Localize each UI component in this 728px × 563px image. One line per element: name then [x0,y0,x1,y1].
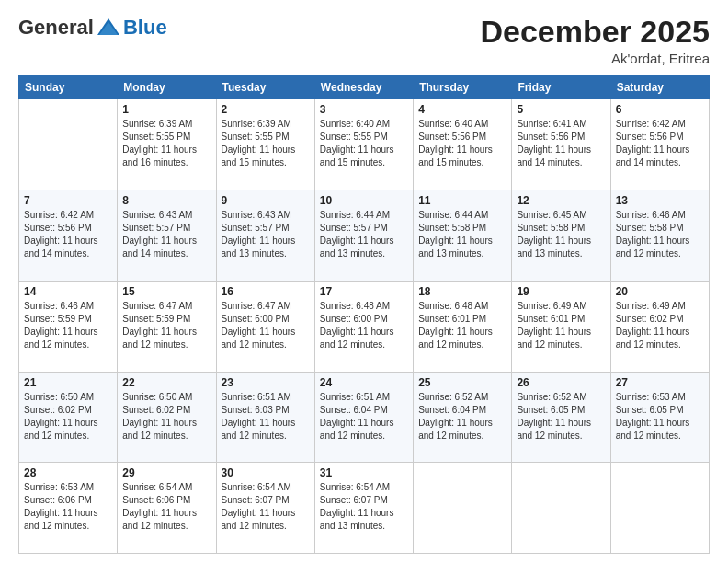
calendar-cell: 27Sunrise: 6:53 AM Sunset: 6:05 PM Dayli… [610,372,709,463]
day-info: Sunrise: 6:54 AM Sunset: 6:07 PM Dayligh… [222,481,310,533]
calendar-cell: 23Sunrise: 6:51 AM Sunset: 6:03 PM Dayli… [216,372,314,463]
calendar-cell: 2Sunrise: 6:39 AM Sunset: 5:55 PM Daylig… [216,99,314,190]
calendar-cell: 9Sunrise: 6:43 AM Sunset: 5:57 PM Daylig… [216,190,314,282]
day-number: 14 [24,285,112,298]
calendar-cell: 21Sunrise: 6:50 AM Sunset: 6:02 PM Dayli… [19,372,118,463]
calendar-header-monday: Monday [118,76,216,99]
calendar-week-row: 14Sunrise: 6:46 AM Sunset: 5:59 PM Dayli… [19,281,710,372]
day-number: 5 [517,103,605,116]
logo-blue: Blue [123,16,167,40]
day-number: 24 [320,376,408,389]
calendar-cell [512,463,610,554]
day-info: Sunrise: 6:47 AM Sunset: 5:59 PM Dayligh… [122,300,210,351]
header: General Blue December 2025 Ak'ordat, Eri… [18,15,710,66]
calendar-cell: 8Sunrise: 6:43 AM Sunset: 5:57 PM Daylig… [118,190,216,282]
day-number: 22 [122,376,210,389]
day-number: 9 [222,194,310,207]
day-info: Sunrise: 6:53 AM Sunset: 6:05 PM Dayligh… [616,391,704,442]
day-number: 1 [122,103,210,116]
day-number: 12 [517,194,605,207]
day-info: Sunrise: 6:39 AM Sunset: 5:55 PM Dayligh… [122,118,210,169]
calendar-cell: 19Sunrise: 6:49 AM Sunset: 6:01 PM Dayli… [512,281,610,372]
calendar-week-row: 1Sunrise: 6:39 AM Sunset: 5:55 PM Daylig… [19,99,710,190]
calendar-cell: 15Sunrise: 6:47 AM Sunset: 5:59 PM Dayli… [118,281,216,372]
calendar-cell: 12Sunrise: 6:45 AM Sunset: 5:58 PM Dayli… [512,190,610,282]
day-number: 21 [24,376,112,389]
calendar-cell: 11Sunrise: 6:44 AM Sunset: 5:58 PM Dayli… [414,190,512,282]
calendar-cell: 6Sunrise: 6:42 AM Sunset: 5:56 PM Daylig… [610,99,709,190]
calendar-cell: 20Sunrise: 6:49 AM Sunset: 6:02 PM Dayli… [610,281,709,372]
calendar-cell: 1Sunrise: 6:39 AM Sunset: 5:55 PM Daylig… [118,99,216,190]
day-number: 18 [418,285,506,298]
calendar-cell [19,99,118,190]
calendar-cell [610,463,709,554]
day-number: 10 [320,194,408,207]
title-block: December 2025 Ak'ordat, Eritrea [480,15,710,66]
day-number: 16 [222,285,310,298]
day-number: 29 [122,466,210,479]
calendar-cell: 18Sunrise: 6:48 AM Sunset: 6:01 PM Dayli… [414,281,512,372]
day-info: Sunrise: 6:53 AM Sunset: 6:06 PM Dayligh… [24,481,112,533]
day-info: Sunrise: 6:43 AM Sunset: 5:57 PM Dayligh… [122,209,210,260]
day-info: Sunrise: 6:51 AM Sunset: 6:03 PM Dayligh… [222,391,310,442]
day-number: 8 [122,194,210,207]
day-info: Sunrise: 6:40 AM Sunset: 5:55 PM Dayligh… [320,118,408,169]
day-number: 25 [418,376,506,389]
day-info: Sunrise: 6:50 AM Sunset: 6:02 PM Dayligh… [122,391,210,442]
calendar-cell: 28Sunrise: 6:53 AM Sunset: 6:06 PM Dayli… [19,463,118,554]
day-number: 26 [517,376,605,389]
calendar-cell: 30Sunrise: 6:54 AM Sunset: 6:07 PM Dayli… [216,463,314,554]
day-info: Sunrise: 6:43 AM Sunset: 5:57 PM Dayligh… [222,209,310,260]
calendar-cell: 25Sunrise: 6:52 AM Sunset: 6:04 PM Dayli… [414,372,512,463]
day-number: 19 [517,285,605,298]
day-number: 30 [222,466,310,479]
calendar-cell: 17Sunrise: 6:48 AM Sunset: 6:00 PM Dayli… [314,281,413,372]
calendar-table: SundayMondayTuesdayWednesdayThursdayFrid… [18,75,710,554]
day-info: Sunrise: 6:52 AM Sunset: 6:05 PM Dayligh… [517,391,605,442]
day-info: Sunrise: 6:48 AM Sunset: 6:00 PM Dayligh… [320,300,408,351]
logo-general: General [18,16,94,40]
calendar-header-friday: Friday [512,76,610,99]
calendar-cell: 4Sunrise: 6:40 AM Sunset: 5:56 PM Daylig… [414,99,512,190]
day-number: 28 [24,466,112,479]
logo: General Blue [18,15,167,40]
day-info: Sunrise: 6:42 AM Sunset: 5:56 PM Dayligh… [24,209,112,260]
day-number: 23 [222,376,310,389]
day-number: 17 [320,285,408,298]
day-number: 27 [616,376,704,389]
day-number: 15 [122,285,210,298]
calendar-cell: 22Sunrise: 6:50 AM Sunset: 6:02 PM Dayli… [118,372,216,463]
logo-icon [96,15,121,40]
day-number: 20 [616,285,704,298]
day-info: Sunrise: 6:52 AM Sunset: 6:04 PM Dayligh… [418,391,506,442]
location: Ak'ordat, Eritrea [480,51,710,66]
day-number: 31 [320,466,408,479]
day-number: 6 [616,103,704,116]
day-number: 7 [24,194,112,207]
calendar-cell: 26Sunrise: 6:52 AM Sunset: 6:05 PM Dayli… [512,372,610,463]
day-info: Sunrise: 6:46 AM Sunset: 5:58 PM Dayligh… [616,209,704,260]
calendar-header-thursday: Thursday [414,76,512,99]
day-number: 13 [616,194,704,207]
day-info: Sunrise: 6:40 AM Sunset: 5:56 PM Dayligh… [418,118,506,169]
day-info: Sunrise: 6:47 AM Sunset: 6:00 PM Dayligh… [222,300,310,351]
calendar-week-row: 28Sunrise: 6:53 AM Sunset: 6:06 PM Dayli… [19,463,710,554]
day-info: Sunrise: 6:54 AM Sunset: 6:07 PM Dayligh… [320,481,408,533]
day-info: Sunrise: 6:41 AM Sunset: 5:56 PM Dayligh… [517,118,605,169]
calendar-header-row: SundayMondayTuesdayWednesdayThursdayFrid… [19,76,710,99]
day-info: Sunrise: 6:50 AM Sunset: 6:02 PM Dayligh… [24,391,112,442]
day-info: Sunrise: 6:42 AM Sunset: 5:56 PM Dayligh… [616,118,704,169]
logo-text: General Blue [18,15,167,40]
calendar-header-sunday: Sunday [19,76,118,99]
calendar-cell: 3Sunrise: 6:40 AM Sunset: 5:55 PM Daylig… [314,99,413,190]
calendar-header-saturday: Saturday [610,76,709,99]
calendar-week-row: 7Sunrise: 6:42 AM Sunset: 5:56 PM Daylig… [19,190,710,282]
day-info: Sunrise: 6:44 AM Sunset: 5:58 PM Dayligh… [418,209,506,260]
calendar-cell: 7Sunrise: 6:42 AM Sunset: 5:56 PM Daylig… [19,190,118,282]
day-number: 3 [320,103,408,116]
day-info: Sunrise: 6:48 AM Sunset: 6:01 PM Dayligh… [418,300,506,351]
day-info: Sunrise: 6:46 AM Sunset: 5:59 PM Dayligh… [24,300,112,351]
month-title: December 2025 [480,15,710,49]
calendar-cell: 31Sunrise: 6:54 AM Sunset: 6:07 PM Dayli… [314,463,413,554]
calendar-cell: 29Sunrise: 6:54 AM Sunset: 6:06 PM Dayli… [118,463,216,554]
